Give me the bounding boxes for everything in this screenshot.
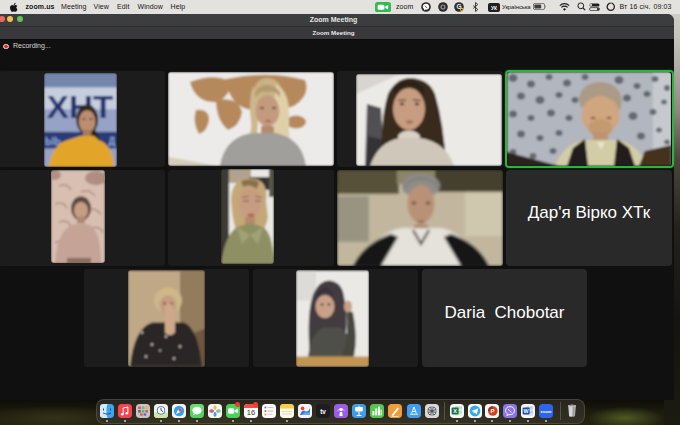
svg-text:W: W <box>524 408 530 414</box>
svg-text:X: X <box>453 408 457 414</box>
svg-text:P: P <box>491 408 495 414</box>
svg-text:zoom: zoom <box>540 408 551 413</box>
svg-text:Д: Д <box>108 136 115 147</box>
svg-text:УК: УК <box>491 4 498 10</box>
svg-text:tv: tv <box>320 407 326 414</box>
svg-text:16: 16 <box>247 408 255 417</box>
